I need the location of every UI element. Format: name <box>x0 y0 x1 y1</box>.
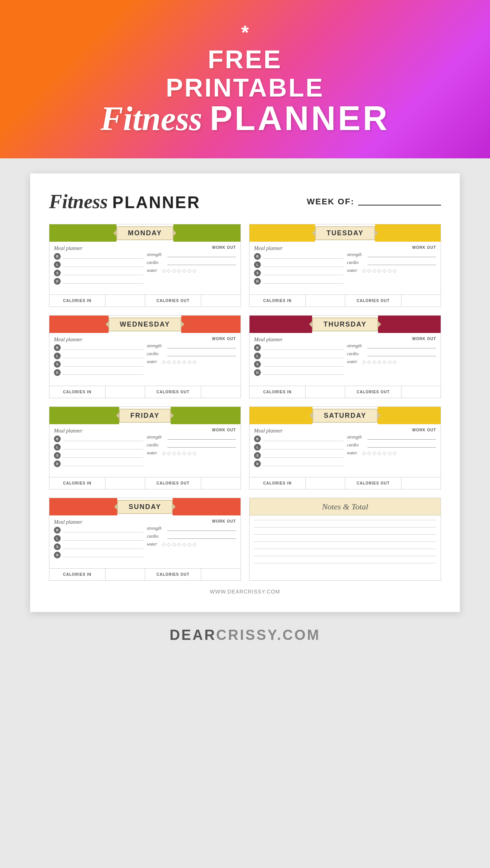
footer-brand: DEARCRISSY.COM <box>170 627 320 643</box>
cal-in-label-tuesday: CALORIES IN <box>250 295 306 307</box>
workout-strength-friday: strength <box>147 434 236 440</box>
meal-circle-l-monday: L <box>54 261 61 268</box>
meal-circle-d-monday: D <box>54 278 61 285</box>
cal-in-label-friday: CALORIES IN <box>49 477 106 489</box>
planner-title: Fitness PLANNER <box>49 190 201 213</box>
workout-cardio-friday: cardio <box>147 442 236 448</box>
workout-cardio-label-sunday: cardio <box>147 534 165 539</box>
meal-line-s-wednesday <box>63 362 143 367</box>
notes-line-2 <box>254 527 436 528</box>
meal-line-l-thursday <box>263 354 343 358</box>
meal-section-friday: Meal planner B L S D <box>54 428 143 473</box>
meal-circle-l-wednesday: L <box>54 353 61 359</box>
workout-label-thursday: WORK OUT <box>347 337 436 341</box>
planner-footer-url: WWW.DEARCRISSY.COM <box>49 588 441 595</box>
card-body-friday: Meal planner B L S D <box>49 424 240 477</box>
workout-section-wednesday: WORK OUT strength cardio water ◇ ◇ ◇ ◇ ◇… <box>147 337 236 382</box>
header-title-row: Fitness Planner <box>100 101 389 136</box>
meal-row-l-friday: L <box>54 444 143 451</box>
meal-line-b-wednesday <box>63 345 143 350</box>
notes-line-7 <box>254 563 436 563</box>
meal-section-thursday: Meal planner B L S D <box>254 337 343 382</box>
meal-circle-l-saturday: L <box>254 444 261 451</box>
day-card-sunday: SUNDAY Meal planner B L S <box>49 498 241 581</box>
workout-strength-monday: strength <box>147 252 236 258</box>
workout-label-monday: WORK OUT <box>147 245 236 250</box>
workout-cardio-line-saturday <box>368 443 436 448</box>
meal-row-l-monday: L <box>54 261 143 268</box>
workout-cardio-line-thursday <box>368 352 436 356</box>
workout-cardio-label-thursday: cardio <box>347 351 365 357</box>
meal-row-b-thursday: B <box>254 344 343 351</box>
workout-strength-line-thursday <box>368 344 436 348</box>
cal-out-val-friday <box>201 477 240 489</box>
workout-strength-line-wednesday <box>167 344 236 348</box>
meal-row-b-saturday: B <box>254 436 343 442</box>
meal-line-s-monday <box>63 271 143 275</box>
cal-in-val-saturday <box>306 477 345 489</box>
calories-row-wednesday: CALORIES IN CALORIES OUT <box>49 386 240 398</box>
day-name-wednesday: WEDNESDAY <box>109 317 181 331</box>
water-drops-tuesday: ◇ ◇ ◇ ◇ ◇ ◇ ◇ <box>362 268 397 273</box>
day-header-right-thursday <box>378 316 441 333</box>
meal-section-tuesday: Meal planner B L S D <box>254 245 343 291</box>
days-grid: MONDAY Meal planner B L S <box>49 224 441 581</box>
meal-row-l-saturday: L <box>254 444 343 451</box>
planner-footer-url-text: WWW.DEARCRISSY.COM <box>210 589 280 595</box>
meal-line-d-tuesday <box>263 279 343 284</box>
meal-section-monday: Meal planner B L S D <box>54 245 143 291</box>
cal-in-val-sunday <box>106 569 145 580</box>
water-label-thursday: water <box>347 359 361 365</box>
day-header-right-saturday <box>378 407 441 424</box>
meal-row-d-sunday: D <box>54 552 143 558</box>
day-card-friday: FRIDAY Meal planner B L S <box>49 406 241 489</box>
water-drops-monday: ◇ ◇ ◇ ◇ ◇ ◇ ◇ <box>162 268 197 273</box>
meal-label-wednesday: Meal planner <box>54 337 143 343</box>
meal-line-s-tuesday <box>263 271 343 275</box>
water-drops-sunday: ◇ ◇ ◇ ◇ ◇ ◇ ◇ <box>162 541 197 547</box>
workout-strength-label-wednesday: strength <box>147 343 165 349</box>
cal-out-label-saturday: CALORIES OUT <box>345 477 401 489</box>
planner-card: Fitness PLANNER WEEK OF: MONDAY Meal pla… <box>30 173 460 612</box>
workout-cardio-saturday: cardio <box>347 442 436 448</box>
planner-header: Fitness PLANNER WEEK OF: <box>49 190 441 213</box>
meal-label-thursday: Meal planner <box>254 337 343 343</box>
meal-circle-l-sunday: L <box>54 535 61 542</box>
workout-cardio-label-tuesday: cardio <box>347 260 365 265</box>
workout-label-tuesday: WORK OUT <box>347 245 436 250</box>
day-header-tuesday: TUESDAY <box>250 224 441 242</box>
day-header-right-tuesday <box>375 224 441 242</box>
notes-body <box>250 515 441 568</box>
header-banner: * FREE PRINTABLE Fitness Planner <box>0 0 490 158</box>
notes-card: Notes & Total <box>249 498 441 581</box>
meal-section-sunday: Meal planner B L S D <box>54 519 143 564</box>
workout-cardio-thursday: cardio <box>347 351 436 357</box>
meal-line-d-friday <box>63 462 143 466</box>
day-header-left-thursday <box>250 316 312 333</box>
water-label-saturday: water <box>347 450 361 456</box>
day-header-right-friday <box>171 407 240 424</box>
meal-circle-s-wednesday: S <box>54 361 61 368</box>
meal-circle-s-tuesday: S <box>254 270 261 276</box>
meal-label-sunday: Meal planner <box>54 519 143 525</box>
week-of-section: WEEK OF: <box>307 197 441 207</box>
meal-row-s-monday: S <box>54 270 143 276</box>
meal-circle-b-tuesday: B <box>254 253 261 260</box>
calories-row-friday: CALORIES IN CALORIES OUT <box>49 477 240 489</box>
notes-line-4 <box>254 541 436 542</box>
meal-row-s-tuesday: S <box>254 270 343 276</box>
workout-strength-line-sunday <box>167 526 236 531</box>
notes-line-1 <box>254 520 436 520</box>
cal-out-label-sunday: CALORIES OUT <box>145 569 201 580</box>
cal-in-label-saturday: CALORIES IN <box>250 477 306 489</box>
cal-out-label-tuesday: CALORIES OUT <box>345 295 401 307</box>
week-of-label: WEEK OF: <box>307 197 354 207</box>
workout-label-sunday: WORK OUT <box>147 519 236 523</box>
meal-row-d-friday: D <box>54 460 143 467</box>
day-card-saturday: SATURDAY Meal planner B L S <box>249 406 441 489</box>
notes-title: Notes & Total <box>322 502 368 512</box>
meal-circle-d-saturday: D <box>254 460 261 467</box>
day-header-left-sunday <box>49 498 117 515</box>
footer-brand-dot: .COM <box>277 627 320 643</box>
meal-line-b-monday <box>63 254 143 259</box>
